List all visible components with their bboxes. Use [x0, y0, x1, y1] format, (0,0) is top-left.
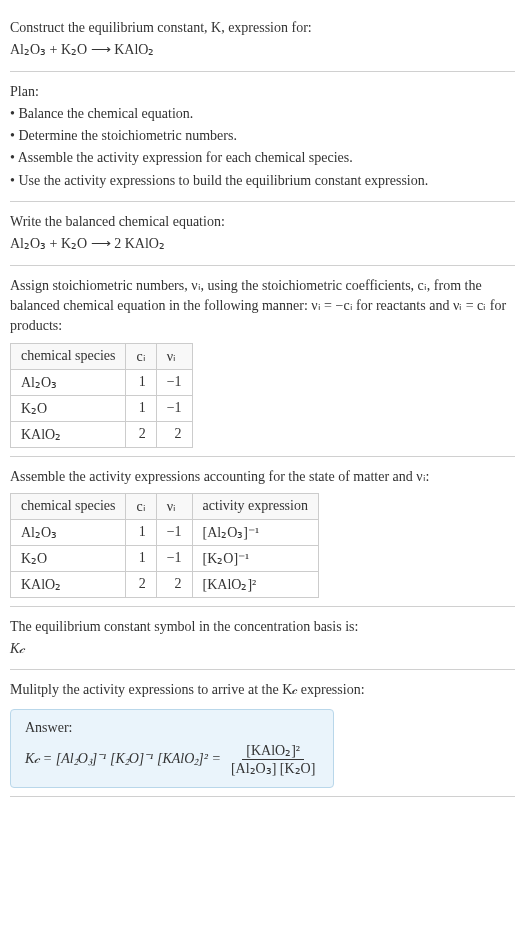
stoich-table: chemical species cᵢ νᵢ Al₂O₃ 1 −1 K₂O 1 …	[10, 343, 193, 448]
col-ci: cᵢ	[126, 493, 156, 519]
balanced-title: Write the balanced chemical equation:	[10, 212, 515, 232]
symbol-section: The equilibrium constant symbol in the c…	[10, 607, 515, 671]
multiply-text: Mulitply the activity expressions to arr…	[10, 680, 515, 700]
balanced-equation: Al₂O₃ + K₂O ⟶ 2 KAlO₂	[10, 234, 515, 254]
col-vi: νᵢ	[156, 493, 192, 519]
table-row: Al₂O₃ 1 −1	[11, 369, 193, 395]
cell-vi: 2	[156, 571, 192, 597]
cell-species: KAlO₂	[11, 571, 126, 597]
plan-bullet-1: • Balance the chemical equation.	[10, 104, 515, 124]
problem-text: Construct the equilibrium constant, K, e…	[10, 18, 515, 38]
table-row: K₂O 1 −1 [K₂O]⁻¹	[11, 545, 319, 571]
activity-table: chemical species cᵢ νᵢ activity expressi…	[10, 493, 319, 598]
col-species: chemical species	[11, 493, 126, 519]
col-ci: cᵢ	[126, 343, 156, 369]
plan-bullet-4: • Use the activity expressions to build …	[10, 171, 515, 191]
kc-denominator: [Al₂O₃] [K₂O]	[227, 760, 319, 777]
table-header-row: chemical species cᵢ νᵢ activity expressi…	[11, 493, 319, 519]
cell-activity: [Al₂O₃]⁻¹	[192, 519, 318, 545]
kc-lhs: K𝒸 = [Al₂O₃]⁻¹ [K₂O]⁻¹ [KAlO₂]² =	[25, 751, 221, 767]
cell-ci: 1	[126, 545, 156, 571]
balanced-section: Write the balanced chemical equation: Al…	[10, 202, 515, 266]
cell-species: KAlO₂	[11, 421, 126, 447]
cell-vi: −1	[156, 519, 192, 545]
col-vi: νᵢ	[156, 343, 192, 369]
cell-activity: [KAlO₂]²	[192, 571, 318, 597]
cell-ci: 1	[126, 369, 156, 395]
symbol-text: The equilibrium constant symbol in the c…	[10, 617, 515, 637]
answer-label: Answer:	[25, 720, 319, 736]
cell-ci: 2	[126, 571, 156, 597]
activity-section: Assemble the activity expressions accoun…	[10, 457, 515, 607]
plan-title: Plan:	[10, 82, 515, 102]
kc-fraction: [KAlO₂]² [Al₂O₃] [K₂O]	[227, 742, 319, 777]
stoichiometric-section: Assign stoichiometric numbers, νᵢ, using…	[10, 266, 515, 457]
cell-vi: −1	[156, 369, 192, 395]
kc-expression: K𝒸 = [Al₂O₃]⁻¹ [K₂O]⁻¹ [KAlO₂]² = [KAlO₂…	[25, 742, 319, 777]
cell-species: Al₂O₃	[11, 519, 126, 545]
cell-vi: −1	[156, 395, 192, 421]
activity-text: Assemble the activity expressions accoun…	[10, 467, 515, 487]
stoich-text: Assign stoichiometric numbers, νᵢ, using…	[10, 276, 515, 337]
answer-box: Answer: K𝒸 = [Al₂O₃]⁻¹ [K₂O]⁻¹ [KAlO₂]² …	[10, 709, 334, 788]
plan-bullet-2: • Determine the stoichiometric numbers.	[10, 126, 515, 146]
cell-species: Al₂O₃	[11, 369, 126, 395]
table-row: Al₂O₃ 1 −1 [Al₂O₃]⁻¹	[11, 519, 319, 545]
cell-vi: −1	[156, 545, 192, 571]
table-header-row: chemical species cᵢ νᵢ	[11, 343, 193, 369]
cell-species: K₂O	[11, 545, 126, 571]
cell-ci: 1	[126, 395, 156, 421]
cell-ci: 2	[126, 421, 156, 447]
plan-section: Plan: • Balance the chemical equation. •…	[10, 72, 515, 202]
table-row: KAlO₂ 2 2 [KAlO₂]²	[11, 571, 319, 597]
problem-statement: Construct the equilibrium constant, K, e…	[10, 8, 515, 72]
problem-line1: Construct the equilibrium constant, K, e…	[10, 20, 312, 35]
kc-symbol: K𝒸	[10, 639, 515, 659]
cell-species: K₂O	[11, 395, 126, 421]
plan-bullet-3: • Assemble the activity expression for e…	[10, 148, 515, 168]
cell-ci: 1	[126, 519, 156, 545]
col-species: chemical species	[11, 343, 126, 369]
cell-vi: 2	[156, 421, 192, 447]
col-activity: activity expression	[192, 493, 318, 519]
multiply-section: Mulitply the activity expressions to arr…	[10, 670, 515, 796]
kc-numerator: [KAlO₂]²	[242, 742, 304, 760]
table-row: KAlO₂ 2 2	[11, 421, 193, 447]
cell-activity: [K₂O]⁻¹	[192, 545, 318, 571]
unbalanced-equation: Al₂O₃ + K₂O ⟶ KAlO₂	[10, 40, 515, 60]
table-row: K₂O 1 −1	[11, 395, 193, 421]
